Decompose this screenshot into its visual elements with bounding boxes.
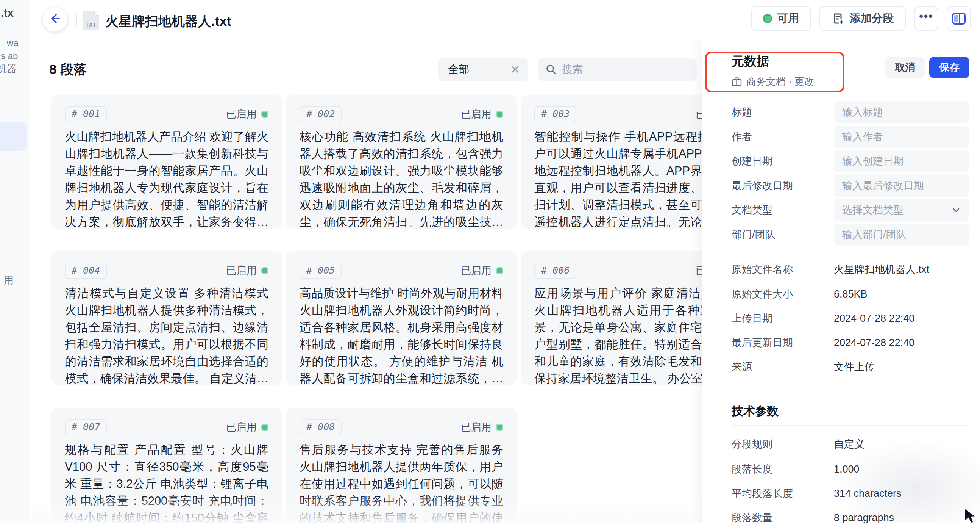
segment-card-008[interactable]: # 008 已启用 售后服务与技术支持 完善的售后服务 火山牌扫地机器人提供两年… (286, 408, 517, 523)
panel-divider (732, 255, 969, 255)
more-actions-button[interactable]: ••• (914, 6, 939, 31)
mouse-cursor (963, 508, 980, 523)
search-icon (545, 64, 557, 75)
availability-label: 可用 (777, 11, 799, 26)
sidebar-item[interactable]: 用 (4, 274, 14, 287)
cancel-button[interactable]: 取消 (885, 57, 925, 78)
segment-card-004[interactable]: # 004 已启用 清洁模式与自定义设置 多种清洁模式 火山牌扫地机器人提供多种… (51, 251, 282, 385)
metadata-title: 元数据 (732, 53, 769, 70)
metadata-subtitle: 商务文档 · 更改 (732, 75, 814, 88)
tech-label: 段落数量 (732, 510, 773, 523)
panel-toggle-button[interactable] (947, 6, 971, 31)
segment-id-badge: # 004 (65, 263, 107, 279)
arrow-left-icon (48, 12, 61, 27)
segment-status: 已启用 (461, 264, 503, 277)
status-green-dot-icon (764, 14, 772, 23)
segment-text: 高品质设计与维护 时尚外观与耐用材料 火山牌扫地机器人外观设计简约时尚，适合各种… (299, 285, 503, 385)
metadata-panel: 元数据 商务文档 · 更改 取消 保存 标题 作者 创建日期 最后修改日期 文档… (702, 40, 980, 523)
segment-id-badge: # 006 (534, 263, 576, 279)
avg-paragraph-length: 314 characters (834, 486, 902, 501)
tech-params-title: 技术参数 (732, 403, 778, 419)
enabled-dot-icon (261, 424, 269, 431)
last-update-date: 2024-07-28 22:40 (834, 335, 915, 350)
enabled-dot-icon (496, 424, 503, 431)
segment-grid: # 001 已启用 火山牌扫地机器人产品介绍 欢迎了解火山牌扫地机器人——一款集… (51, 95, 752, 523)
filter-label: 全部 (448, 62, 511, 77)
segment-text: 清洁模式与自定义设置 多种清洁模式 火山牌扫地机器人提供多种清洁模式，包括全屋清… (65, 285, 269, 385)
readonly-label: 上传日期 (732, 311, 773, 326)
field-label-modified: 最后修改日期 (732, 175, 793, 197)
segment-card-001[interactable]: # 001 已启用 火山牌扫地机器人产品介绍 欢迎了解火山牌扫地机器人——一款集… (51, 95, 282, 228)
sidebar-doc-title: .tx (1, 7, 14, 19)
segment-text: 火山牌扫地机器人产品介绍 欢迎了解火山牌扫地机器人——一款集创新科技与卓越性能于… (65, 128, 269, 228)
segment-count-heading: 8 段落 (49, 61, 87, 78)
segmentation-rule: 自定义 (834, 437, 864, 452)
add-segment-button[interactable]: 添加分段 (819, 6, 906, 31)
tech-label: 平均段落长度 (732, 486, 793, 501)
document-plus-icon (832, 12, 845, 25)
segment-search[interactable] (538, 57, 697, 81)
segment-id-badge: # 007 (65, 419, 107, 435)
department-field[interactable] (834, 223, 969, 246)
add-segment-label: 添加分段 (850, 11, 894, 26)
header-actions: 可用 添加分段 ••• (751, 6, 971, 31)
original-file-size: 6.85KB (834, 287, 867, 302)
header-divider (76, 14, 77, 26)
tech-label: 段落长度 (732, 462, 773, 477)
field-label-author: 作者 (732, 126, 752, 148)
enabled-dot-icon (261, 111, 269, 118)
segment-status: 已启用 (226, 107, 269, 121)
segment-card-002[interactable]: # 002 已启用 核心功能 高效清扫系统 火山牌扫地机器人搭载了高效的清扫系统… (286, 95, 517, 228)
upload-date: 2024-07-28 22:40 (834, 311, 915, 326)
sidebar-toggle-icon (952, 13, 966, 25)
page-header: TXT 火星牌扫地机器人.txt 可用 添加分段 ••• (30, 0, 980, 40)
tech-label: 分段规则 (732, 437, 773, 452)
title-field[interactable] (834, 101, 969, 123)
enabled-dot-icon (496, 111, 503, 118)
source: 文件上传 (834, 359, 875, 375)
modified-date-field[interactable] (834, 175, 969, 197)
readonly-label: 来源 (732, 359, 752, 375)
sidebar-selected-item[interactable] (0, 122, 27, 151)
left-sidebar: .tx wa s ab 机器 用 (0, 0, 30, 523)
segment-id-badge: # 003 (534, 106, 576, 123)
segment-id-badge: # 005 (299, 263, 342, 279)
paragraph-count: 8 paragraphs (834, 510, 894, 523)
doc-type-select[interactable]: 选择文档类型 (834, 199, 969, 221)
segment-id-badge: # 008 (299, 419, 342, 435)
sidebar-item[interactable]: wa (7, 38, 19, 48)
segment-id-badge: # 001 (65, 106, 107, 123)
availability-status-button[interactable]: 可用 (751, 6, 811, 31)
enabled-dot-icon (261, 267, 269, 274)
segment-status: 已启用 (461, 107, 503, 121)
ellipsis-icon: ••• (919, 16, 934, 21)
save-button[interactable]: 保存 (929, 57, 969, 78)
sidebar-item[interactable]: s ab (1, 51, 18, 61)
segment-status: 已启用 (226, 420, 269, 434)
segment-text: 规格与配置 产品配置 型号：火山牌V100 尺寸：直径350毫米，高度95毫米 … (65, 441, 269, 523)
readonly-label: 原始文件大小 (732, 287, 793, 302)
briefcase-icon (732, 77, 742, 87)
field-label-department: 部门/团队 (732, 223, 776, 246)
panel-divider (732, 97, 969, 97)
segment-status: 已启用 (461, 420, 503, 434)
original-file-name: 火星牌扫地机器人.txt (834, 262, 929, 277)
segment-card-007[interactable]: # 007 已启用 规格与配置 产品配置 型号：火山牌V100 尺寸：直径350… (51, 408, 282, 523)
readonly-label: 原始文件名称 (732, 262, 793, 277)
readonly-label: 最后更新日期 (732, 335, 793, 350)
sidebar-divider (0, 232, 23, 232)
field-label-title: 标题 (732, 101, 752, 123)
segment-text: 核心功能 高效清扫系统 火山牌扫地机器人搭载了高效的清扫系统，包含强力吸尘和双边… (299, 128, 503, 228)
chevron-down-icon (951, 205, 961, 215)
segment-status: 已启用 (226, 264, 269, 277)
search-input[interactable] (562, 63, 689, 75)
back-button[interactable] (42, 7, 67, 32)
author-field[interactable] (834, 126, 969, 148)
created-date-field[interactable] (834, 150, 969, 172)
clear-filter-icon[interactable]: ✕ (511, 63, 520, 76)
sidebar-item[interactable]: 机器 (0, 62, 17, 75)
segment-card-005[interactable]: # 005 已启用 高品质设计与维护 时尚外观与耐用材料 火山牌扫地机器人外观设… (286, 251, 517, 385)
paragraph-length: 1,000 (834, 462, 859, 477)
filter-all-chip[interactable]: 全部 ✕ (438, 57, 528, 81)
enabled-dot-icon (496, 267, 503, 274)
